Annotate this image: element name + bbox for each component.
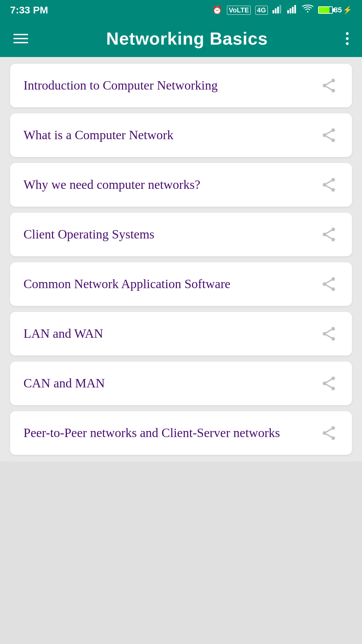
svg-line-37 <box>324 334 333 339</box>
svg-line-17 <box>324 135 333 140</box>
list-item[interactable]: LAN and WAN <box>10 312 352 356</box>
signal-icon-1 <box>273 5 283 15</box>
list-item[interactable]: CAN and MAN <box>10 362 352 405</box>
menu-button[interactable] <box>13 34 28 43</box>
arrow-icon <box>319 125 339 145</box>
list-item[interactable]: What is a Computer Network <box>10 113 352 157</box>
arrow-icon <box>319 175 339 195</box>
svg-line-27 <box>324 234 333 239</box>
svg-rect-4 <box>287 10 289 13</box>
svg-line-16 <box>324 130 333 135</box>
list-item[interactable]: Client Operating Systems <box>10 213 352 256</box>
svg-rect-2 <box>277 7 279 13</box>
list-item-label: Introduction to Computer Networking <box>23 77 319 94</box>
alarm-icon: ⏰ <box>212 5 222 15</box>
status-bar: 7:33 PM ⏰ VoLTE 4G <box>0 0 362 20</box>
status-icons: ⏰ VoLTE 4G <box>212 5 352 15</box>
list-item-label: Why we need computer networks? <box>23 176 319 193</box>
arrow-icon <box>319 76 339 95</box>
more-options-button[interactable] <box>346 32 349 45</box>
status-time: 7:33 PM <box>10 4 48 16</box>
4g-icon: 4G <box>255 6 268 15</box>
svg-rect-5 <box>290 8 291 13</box>
svg-line-46 <box>324 428 333 433</box>
wifi-icon <box>302 5 313 15</box>
arrow-icon <box>319 324 339 343</box>
list-item[interactable]: Introduction to Computer Networking <box>10 64 352 107</box>
list-item[interactable]: Why we need computer networks? <box>10 163 352 207</box>
arrow-icon <box>319 225 339 244</box>
svg-rect-7 <box>294 5 296 13</box>
svg-rect-6 <box>292 7 294 13</box>
svg-line-47 <box>324 433 333 438</box>
list-item-label: LAN and WAN <box>23 325 319 342</box>
app-header: Networking Basics <box>0 20 362 57</box>
list-item-label: Peer-to-Peer networks and Client-Server … <box>23 424 319 441</box>
list-item-label: Client Operating Systems <box>23 226 319 243</box>
svg-line-26 <box>324 229 333 234</box>
battery-icon: 85 ⚡ <box>318 6 352 14</box>
content-list: Introduction to Computer Networking What… <box>0 57 362 462</box>
svg-line-22 <box>324 185 333 190</box>
list-item-label: Common Network Application Software <box>23 275 319 292</box>
svg-rect-1 <box>275 8 277 13</box>
svg-rect-0 <box>273 10 274 13</box>
volte-icon: VoLTE <box>227 6 250 15</box>
svg-line-41 <box>324 378 333 383</box>
svg-line-11 <box>324 80 333 86</box>
signal-icon-2 <box>287 5 297 15</box>
list-item-label: CAN and MAN <box>23 375 319 392</box>
list-item[interactable]: Common Network Application Software <box>10 262 352 306</box>
svg-line-42 <box>324 383 333 388</box>
svg-line-31 <box>324 279 333 284</box>
svg-line-21 <box>324 180 333 185</box>
svg-line-12 <box>324 86 333 91</box>
arrow-icon <box>319 423 339 443</box>
svg-rect-3 <box>280 5 281 13</box>
list-item-label: What is a Computer Network <box>23 126 319 144</box>
svg-line-36 <box>324 329 333 334</box>
list-item[interactable]: Peer-to-Peer networks and Client-Server … <box>10 411 352 455</box>
arrow-icon <box>319 274 339 294</box>
arrow-icon <box>319 374 339 393</box>
svg-line-32 <box>324 284 333 289</box>
app-title: Networking Basics <box>106 29 268 49</box>
